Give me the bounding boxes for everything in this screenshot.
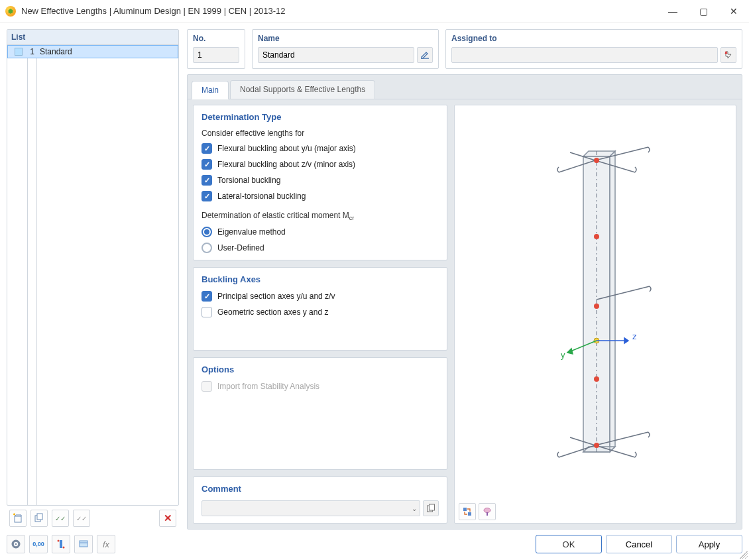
comment-section: Comment ⌄	[193, 476, 447, 524]
title-bar: ⬢ New Effective Lengths | Aluminum Desig…	[0, 0, 749, 23]
consider-label: Consider effective lengths for	[202, 129, 439, 138]
check-label: Flexural buckling about y/u (major axis)	[217, 144, 356, 153]
options-title: Options	[202, 364, 439, 374]
comment-title: Comment	[202, 484, 439, 494]
list-panel: List 1 Standard	[7, 29, 179, 506]
svg-point-32	[63, 547, 65, 549]
svg-rect-24	[468, 512, 471, 516]
check-label: Import from Stability Analysis	[217, 382, 319, 391]
checkbox-icon	[202, 381, 212, 392]
determination-type-section: Determination Type Consider effective le…	[193, 105, 447, 260]
name-label: Name	[258, 34, 433, 43]
assigned-input[interactable]	[451, 47, 718, 63]
check-lateral-torsional[interactable]: Lateral-torsional buckling	[202, 191, 439, 201]
maximize-button[interactable]: ▢	[688, 0, 719, 23]
chevron-down-icon: ⌄	[412, 505, 417, 512]
check-all-button[interactable]: ✓✓	[52, 510, 69, 527]
member-info-button[interactable]	[52, 535, 70, 553]
pick-assigned-button[interactable]	[720, 47, 736, 63]
check-label: Principal section axes y/u and z/v	[217, 292, 335, 301]
svg-point-15	[594, 304, 599, 309]
svg-point-16	[594, 376, 599, 382]
mcr-label: Determination of elastic critical moment…	[202, 211, 439, 221]
apply-button[interactable]: Apply	[676, 535, 742, 553]
check-label: Torsional buckling	[217, 176, 280, 185]
svg-rect-26	[487, 512, 488, 516]
comment-combo[interactable]: ⌄	[202, 500, 420, 516]
minimize-button[interactable]: —	[658, 0, 688, 23]
member-preview-svg: y z	[496, 127, 695, 478]
check-geometric-axes[interactable]: Geometric section axes y and z	[202, 307, 439, 317]
list-toolbar: ✓✓ ✓✓ ✕	[7, 506, 179, 530]
preview-canvas[interactable]: y z	[455, 105, 736, 500]
radio-eigenvalue[interactable]: Eigenvalue method	[202, 227, 439, 237]
determination-type-title: Determination Type	[202, 112, 439, 122]
radio-icon	[202, 227, 212, 237]
options-section: Options Import from Stability Analysis	[193, 357, 447, 470]
uncheck-all-button[interactable]: ✓✓	[73, 510, 90, 527]
svg-point-13	[594, 158, 599, 163]
svg-rect-3	[421, 58, 429, 59]
checkbox-icon	[202, 307, 212, 317]
check-torsional[interactable]: Torsional buckling	[202, 175, 439, 186]
new-item-button[interactable]	[9, 510, 27, 527]
edit-name-button[interactable]	[417, 47, 433, 63]
check-label: Geometric section axes y and z	[217, 308, 328, 317]
name-group: Name	[252, 29, 439, 69]
svg-rect-2	[37, 514, 42, 520]
no-input[interactable]	[193, 47, 239, 63]
check-flexural-y[interactable]: Flexural buckling about y/u (major axis)	[202, 143, 439, 154]
table-view-button[interactable]	[74, 535, 93, 553]
tab-nodal-supports[interactable]: Nodal Supports & Effective Lengths	[230, 80, 375, 99]
check-label: Lateral-torsional buckling	[217, 192, 306, 201]
svg-rect-33	[80, 541, 87, 547]
svg-point-25	[484, 508, 490, 513]
axis-z-label: z	[632, 331, 637, 341]
list-item-index: 1	[25, 47, 34, 56]
checkbox-icon	[202, 143, 212, 154]
check-principal-axes[interactable]: Principal section axes y/u and z/v	[202, 291, 439, 302]
check-label: Flexural buckling about z/v (minor axis)	[217, 160, 355, 169]
radio-user-defined[interactable]: User-Defined	[202, 243, 439, 253]
delete-item-button[interactable]: ✕	[159, 510, 176, 527]
svg-rect-23	[463, 508, 467, 511]
tab-strip: Main Nodal Supports & Effective Lengths	[188, 76, 742, 99]
list-body[interactable]: 1 Standard	[7, 45, 178, 505]
buckling-axes-section: Buckling Axes Principal section axes y/u…	[193, 267, 447, 351]
dialog-footer: 0,00 fx OK Cancel Apply	[0, 530, 749, 560]
svg-marker-22	[624, 338, 628, 343]
tab-main[interactable]: Main	[192, 81, 229, 99]
list-header: List	[7, 30, 178, 45]
svg-rect-0	[15, 516, 21, 522]
svg-point-31	[58, 540, 60, 542]
radio-icon	[202, 243, 212, 253]
checkbox-icon	[202, 191, 212, 201]
resize-grip[interactable]	[740, 551, 748, 559]
svg-point-17	[594, 443, 599, 448]
checkbox-icon	[202, 175, 212, 186]
svg-rect-7	[430, 504, 435, 510]
comment-library-button[interactable]	[423, 500, 439, 516]
assigned-group: Assigned to	[445, 29, 742, 69]
preview-panel: y z	[454, 105, 736, 524]
name-input[interactable]	[258, 47, 414, 63]
ok-button[interactable]: OK	[536, 535, 602, 553]
list-item[interactable]: 1 Standard	[7, 45, 178, 58]
cancel-button[interactable]: Cancel	[606, 535, 672, 553]
no-label: No.	[193, 34, 239, 43]
list-item-name: Standard	[37, 47, 72, 56]
preview-render-mode-button[interactable]	[479, 503, 496, 520]
duplicate-item-button[interactable]	[30, 510, 48, 527]
close-button[interactable]: ✕	[719, 0, 749, 23]
formula-button[interactable]: fx	[97, 535, 115, 553]
units-button[interactable]: 0,00	[29, 535, 48, 553]
preview-toggle-view-button[interactable]	[459, 503, 476, 520]
app-icon: ⬢	[5, 6, 16, 17]
check-flexural-z[interactable]: Flexural buckling about z/v (minor axis)	[202, 159, 439, 170]
radio-label: Eigenvalue method	[217, 227, 286, 237]
color-swatch	[15, 48, 23, 56]
buckling-axes-title: Buckling Axes	[202, 274, 439, 284]
window-title: New Effective Lengths | Aluminum Design …	[21, 6, 658, 16]
radio-label: User-Defined	[217, 243, 264, 252]
help-button[interactable]	[7, 535, 25, 553]
